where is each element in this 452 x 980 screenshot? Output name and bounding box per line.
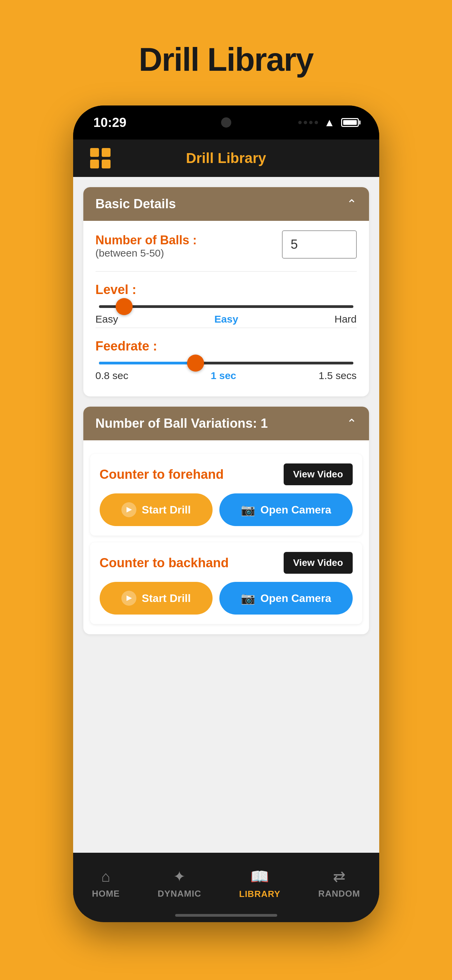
nav-library-label: LIBRARY [239, 889, 281, 899]
nav-home[interactable]: ⌂ HOME [82, 865, 130, 902]
level-slider-track[interactable] [99, 305, 354, 308]
feedrate-slider-track[interactable] [99, 362, 354, 364]
number-of-balls-sublabel: (between 5-50) [95, 247, 197, 259]
variation-forehand-top-row: Counter to forehand View Video [100, 463, 353, 485]
open-camera-forehand-button[interactable]: 📷 Open Camera [219, 493, 352, 526]
feedrate-slider-labels: 0.8 sec 1 sec 1.5 secs [95, 370, 357, 382]
open-camera-backhand-label: Open Camera [260, 592, 331, 605]
number-of-balls-label: Number of Balls : [95, 233, 197, 247]
random-icon: ⇄ [333, 868, 346, 885]
variation-backhand-name: Counter to backhand [100, 556, 229, 570]
nav-library[interactable]: 📖 LIBRARY [229, 864, 291, 903]
home-icon: ⌂ [102, 868, 111, 885]
variation-item-forehand: Counter to forehand View Video Start Dri… [90, 454, 362, 536]
view-video-forehand-button[interactable]: View Video [284, 463, 353, 485]
play-icon-backhand [121, 591, 136, 606]
ball-variations-header: Number of Ball Variations: 1 ⌃ [83, 407, 369, 440]
basic-details-header: Basic Details ⌃ [83, 187, 369, 221]
level-slider-thumb[interactable] [116, 298, 133, 315]
nav-home-label: HOME [92, 888, 120, 899]
divider-2 [95, 328, 357, 328]
nav-dynamic[interactable]: ✦ DYNAMIC [147, 864, 211, 902]
basic-details-body: Number of Balls : (between 5-50) Level : [83, 221, 369, 396]
nav-random-label: RANDOM [318, 888, 360, 899]
app-header-title: Drill Library [111, 150, 342, 166]
start-drill-backhand-button[interactable]: Start Drill [100, 582, 213, 614]
feedrate-min-label: 0.8 sec [95, 370, 128, 382]
collapse-icon[interactable]: ⌃ [347, 197, 357, 211]
open-camera-backhand-button[interactable]: 📷 Open Camera [219, 582, 352, 614]
home-indicator [175, 914, 277, 917]
status-bar: 10:29 ▲ [73, 105, 379, 140]
variation-item-backhand: Counter to backhand View Video Start Dri… [90, 542, 362, 624]
variation-backhand-top-row: Counter to backhand View Video [100, 552, 353, 574]
play-triangle-backhand [127, 595, 132, 601]
feedrate-current-label: 1 sec [211, 370, 236, 382]
feedrate-max-label: 1.5 secs [319, 370, 357, 382]
ball-variations-card: Number of Ball Variations: 1 ⌃ Counter t… [83, 407, 369, 634]
dynamic-icon: ✦ [173, 868, 186, 885]
level-slider-track-container [99, 305, 354, 308]
feedrate-label: Feedrate : [95, 339, 357, 353]
variation-forehand-bottom-row: Start Drill 📷 Open Camera [100, 493, 353, 526]
play-triangle-forehand [127, 507, 132, 512]
app-header: Drill Library [73, 140, 379, 177]
number-of-balls-input[interactable] [282, 231, 357, 259]
screen-content: Basic Details ⌃ Number of Balls : (betwe… [73, 177, 379, 853]
signal-icon [298, 121, 318, 124]
nav-random[interactable]: ⇄ RANDOM [308, 864, 370, 902]
scroll-area: Basic Details ⌃ Number of Balls : (betwe… [73, 177, 379, 853]
variation-forehand-name: Counter to forehand [100, 467, 224, 482]
bottom-nav: ⌂ HOME ✦ DYNAMIC 📖 LIBRARY ⇄ RANDOM [73, 853, 379, 914]
start-drill-forehand-label: Start Drill [142, 504, 191, 516]
page-background-title: Drill Library [139, 41, 313, 78]
variation-backhand-bottom-row: Start Drill 📷 Open Camera [100, 582, 353, 614]
status-icons: ▲ [298, 116, 359, 129]
feedrate-slider-thumb[interactable] [187, 355, 204, 372]
feedrate-slider-section: Feedrate : 0.8 sec 1 sec 1.5 secs [95, 339, 357, 382]
play-icon-forehand [121, 502, 136, 517]
basic-details-title: Basic Details [95, 197, 176, 211]
feedrate-slider-track-container [99, 362, 354, 364]
level-label: Level : [95, 282, 357, 297]
number-of-balls-label-group: Number of Balls : (between 5-50) [95, 233, 197, 259]
camera-icon-forehand: 📷 [241, 503, 255, 517]
variations-padding [83, 440, 369, 454]
start-drill-forehand-button[interactable]: Start Drill [100, 493, 213, 526]
open-camera-forehand-label: Open Camera [260, 504, 331, 516]
wifi-icon: ▲ [324, 116, 335, 129]
ball-variations-title: Number of Ball Variations: 1 [95, 416, 268, 431]
level-slider-labels: Easy Easy Hard [95, 313, 357, 325]
basic-details-card: Basic Details ⌃ Number of Balls : (betwe… [83, 187, 369, 396]
status-time: 10:29 [94, 115, 127, 130]
library-icon: 📖 [250, 868, 269, 885]
level-slider-section: Level : Easy Easy Hard [95, 282, 357, 325]
level-current-label: Easy [214, 313, 238, 325]
variations-collapse-icon[interactable]: ⌃ [347, 417, 357, 431]
level-min-label: Easy [95, 313, 118, 325]
start-drill-backhand-label: Start Drill [142, 592, 191, 605]
nav-dynamic-label: DYNAMIC [157, 888, 201, 899]
divider-1 [95, 271, 357, 272]
view-video-backhand-button[interactable]: View Video [284, 552, 353, 574]
menu-grid-icon[interactable] [90, 148, 111, 169]
battery-icon [341, 118, 359, 127]
level-max-label: Hard [334, 313, 357, 325]
camera-icon-backhand: 📷 [241, 592, 255, 605]
phone-frame: 10:29 ▲ Drill Library [73, 105, 379, 922]
number-of-balls-row: Number of Balls : (between 5-50) [95, 233, 357, 259]
camera-notch [221, 118, 231, 127]
